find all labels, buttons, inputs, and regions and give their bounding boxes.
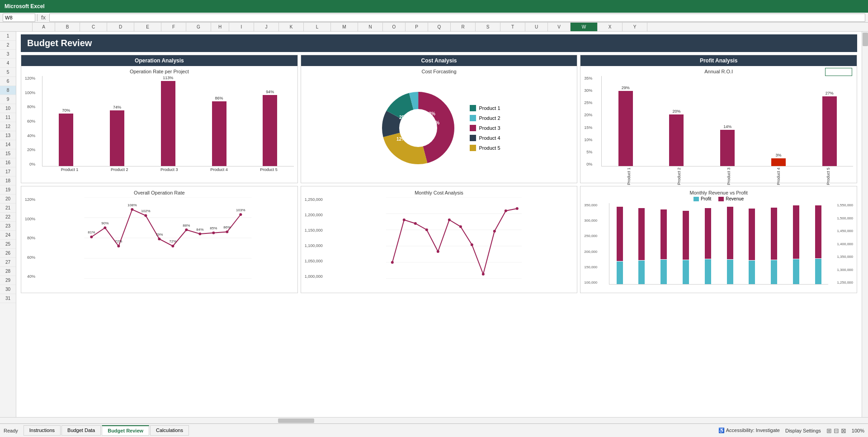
svg-text:81%: 81% <box>88 230 95 234</box>
rev-m3-revenue <box>660 209 667 259</box>
svg-point-53 <box>471 243 473 246</box>
roi-y-30: 30% <box>584 88 592 93</box>
scrollbar-thumb-h[interactable] <box>278 418 314 423</box>
col-M: M <box>331 23 358 31</box>
normal-view-btn[interactable]: ⊞ <box>826 427 832 434</box>
svg-text:85%: 85% <box>210 226 217 230</box>
name-box[interactable]: W8 <box>3 14 35 22</box>
row-13: 13 <box>0 131 16 140</box>
row-4: 4 <box>0 59 16 68</box>
vertical-scrollbar[interactable] <box>862 32 868 417</box>
row-19: 19 <box>0 185 16 195</box>
legend-p1-label: Product 1 <box>479 105 500 111</box>
col-J: J <box>254 23 279 31</box>
col-I: I <box>229 23 254 31</box>
y-0: 0% <box>29 162 35 166</box>
svg-point-20 <box>117 245 120 247</box>
svg-text:84%: 84% <box>196 228 203 232</box>
bar-product5: 94% <box>246 90 294 166</box>
status-left: Ready Instructions Budget Data Budget Re… <box>4 425 189 436</box>
formula-input[interactable] <box>49 14 865 22</box>
display-settings-label: Display Settings <box>785 428 821 433</box>
roi-y-axis: 35% 30% 25% 20% 15% 10% 5% 0% <box>584 76 594 166</box>
corner-cell <box>16 23 33 31</box>
tab-budget-review-active[interactable]: Budget Review <box>102 425 149 436</box>
roi-y-10: 10% <box>584 138 592 142</box>
cost-analysis-title: Cost Analysis <box>301 55 577 66</box>
svg-point-28 <box>171 245 174 247</box>
rev-m6-revenue <box>727 207 733 259</box>
dashboard-title: Budget Review <box>21 34 857 52</box>
col-T: T <box>500 23 525 31</box>
scrollbar-thumb-v[interactable] <box>863 33 868 46</box>
scrollbar-h-area <box>0 417 868 423</box>
tab-instructions[interactable]: Instructions <box>24 425 61 436</box>
monthly-cost-chart: 1,250,000 1,200,000 1,150,000 1,100,000 … <box>305 197 574 288</box>
svg-point-30 <box>185 228 188 231</box>
legend-p5: Product 5 <box>470 145 500 151</box>
tab-calculations[interactable]: Calculations <box>150 425 189 436</box>
rev-y-right: 1,550,000 1,500,000 1,450,000 1,400,000 … <box>835 203 853 285</box>
rev-m8 <box>764 208 784 284</box>
rev-m1-revenue <box>617 207 623 261</box>
y-axis: 120% 100% 80% 60% 40% 20% 0% <box>25 76 37 166</box>
divider <box>37 14 38 21</box>
main-area: 1 2 3 4 5 6 8 9 10 11 12 13 14 15 16 17 … <box>0 32 868 417</box>
cost-y-axis: 1,250,000 1,200,000 1,150,000 1,100,000 … <box>305 197 325 279</box>
row-12: 12 <box>0 122 16 131</box>
col-Y: Y <box>623 23 647 31</box>
status-right: ♿ Accessibility: Investigate Display Set… <box>718 427 864 434</box>
tab-budget-data[interactable]: Budget Data <box>61 425 101 436</box>
spreadsheet-content[interactable]: Budget Review Operation Analysis Operati… <box>16 32 862 417</box>
legend-p1-color <box>470 105 476 111</box>
page-layout-btn[interactable]: ⊟ <box>834 427 839 434</box>
revenue-legend-color <box>718 197 724 201</box>
svg-point-47 <box>403 218 406 221</box>
roi-x-p5: Product 5 <box>826 167 830 185</box>
row-16: 16 <box>0 158 16 167</box>
row-23: 23 <box>0 222 16 231</box>
svg-text:4%: 4% <box>433 120 440 125</box>
rev-profit-legend: Profit <box>693 196 711 201</box>
col-F: F <box>161 23 186 31</box>
svg-point-56 <box>505 209 507 212</box>
fx-label: fx <box>39 14 47 21</box>
legend-p2-label: Product 2 <box>479 115 500 121</box>
row-31: 31 <box>0 294 16 303</box>
rev-revenue-legend: Revenue <box>718 196 744 201</box>
bar-p2-label: 74% <box>113 105 121 109</box>
rev-m8-revenue <box>771 208 777 260</box>
rev-m7-profit <box>749 261 755 284</box>
rev-m5 <box>698 208 718 284</box>
svg-text:12%: 12% <box>396 137 406 142</box>
svg-point-57 <box>516 207 519 210</box>
row-2: 2 <box>0 41 16 50</box>
y-20: 20% <box>27 147 35 152</box>
roi-p4-pct: 3% <box>775 153 781 157</box>
sheet-tabs[interactable]: Instructions Budget Data Budget Review C… <box>24 425 189 436</box>
rev-m6-profit <box>727 260 733 284</box>
row-numbers: 1 2 3 4 5 6 8 9 10 11 12 13 14 15 16 17 … <box>0 32 16 417</box>
page-break-btn[interactable]: ⊠ <box>841 427 846 434</box>
svg-point-46 <box>391 261 394 264</box>
roi-x-p2: Product 2 <box>677 167 681 185</box>
legend-p5-color <box>470 145 476 151</box>
roi-bar-p5: 27% <box>806 91 853 166</box>
svg-point-26 <box>158 238 160 240</box>
bar-product1: 70% <box>42 108 90 166</box>
row-5: 5 <box>0 68 16 77</box>
row-22: 22 <box>0 213 16 222</box>
svg-text:79%: 79% <box>156 233 163 237</box>
bar-p2-rect <box>110 110 124 166</box>
row-21: 21 <box>0 204 16 213</box>
svg-point-18 <box>104 227 106 229</box>
rev-m9 <box>786 205 806 284</box>
rev-m1 <box>609 207 630 284</box>
svg-text:13%: 13% <box>426 111 435 116</box>
accessibility-label: ♿ Accessibility: Investigate <box>718 428 780 433</box>
x-p1: Product 1 <box>61 167 79 172</box>
dashboard: Budget Review Operation Analysis Operati… <box>16 32 862 296</box>
revenue-profit-panel: Monthly Revenue vs Profit Profit Revenue <box>580 186 857 293</box>
col-N: N <box>358 23 383 31</box>
svg-point-24 <box>144 214 147 217</box>
